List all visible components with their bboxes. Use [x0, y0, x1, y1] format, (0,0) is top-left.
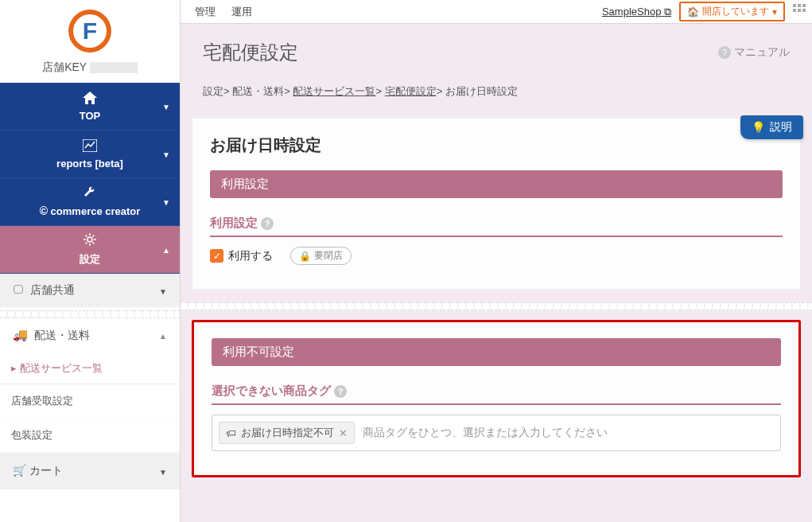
subnav-shipping[interactable]: 🚚配送・送料	[0, 318, 180, 353]
tab-ops[interactable]: 運用	[223, 2, 260, 22]
sidebar: F 店舗KEY TOP reports [beta]	[0, 0, 180, 522]
breadcrumb-link-setting[interactable]: 宅配便設定	[385, 85, 437, 97]
svg-rect-4	[802, 4, 806, 7]
manual-link[interactable]: ? マニュアル	[718, 45, 790, 60]
tag-icon: 🏷	[226, 427, 236, 439]
store-icon: 🏠	[687, 6, 699, 18]
dropdown-icon: ▾	[772, 6, 777, 18]
main-area: 管理 運用 SampleShop ⧉ 🏠 開店しています ▾ 宅配便設定 ? マ…	[180, 0, 812, 522]
truck-icon: 🚚	[13, 328, 28, 341]
tag-chip: 🏷 お届け日時指定不可 ✕	[219, 422, 355, 444]
sample-shop-link[interactable]: SampleShop ⧉	[602, 6, 671, 18]
gear-icon	[83, 232, 97, 251]
nav-commerce[interactable]: © commerce creator	[0, 178, 180, 226]
field-tags: 選択できない商品タグ ?	[212, 384, 781, 405]
field-usage: 利用設定 ?	[210, 216, 783, 237]
svg-rect-6	[798, 9, 801, 12]
panel-usage: 💡説明 お届け日時設定 利用設定 利用設定 ? ✓ 利用する 🔒 要閉店	[192, 118, 801, 290]
chevron-down-icon	[162, 101, 170, 112]
wrench-icon	[84, 186, 96, 203]
chevron-down-icon	[162, 149, 170, 160]
chevron-up-icon	[162, 244, 170, 255]
chart-icon	[83, 139, 97, 156]
cart-icon: 🛒	[13, 464, 26, 477]
svg-rect-3	[798, 4, 801, 7]
nav-settings[interactable]: 設定	[0, 226, 180, 274]
tag-remove-icon[interactable]: ✕	[339, 427, 348, 439]
section-unavailable: 利用不可設定	[212, 338, 781, 366]
monitor-icon: 🖵	[13, 283, 24, 296]
section-usage: 利用設定	[210, 170, 783, 198]
bulb-icon: 💡	[752, 121, 765, 134]
nav-reports[interactable]: reports [beta]	[0, 130, 180, 178]
breadcrumb: 設定> 配送・送料> 配送サービス一覧> 宅配便設定> お届け日時設定	[181, 80, 812, 111]
breadcrumb-link-list[interactable]: 配送サービス一覧	[293, 85, 375, 97]
nav-top[interactable]: TOP	[0, 83, 180, 130]
chevron-down-icon	[159, 465, 167, 477]
lock-icon: 🔒	[299, 251, 311, 262]
topbar: 管理 運用 SampleShop ⧉ 🏠 開店しています ▾	[181, 0, 812, 24]
subnav-shop-common[interactable]: 🖵店舗共通	[0, 274, 180, 310]
svg-rect-5	[793, 9, 796, 12]
page-title: 宅配便設定	[203, 40, 298, 65]
home-icon	[83, 92, 97, 108]
tab-admin[interactable]: 管理	[187, 2, 223, 22]
subnav-packaging[interactable]: 包装設定	[0, 419, 180, 453]
chevron-up-icon	[159, 330, 167, 341]
help-icon[interactable]: ?	[261, 217, 274, 230]
card-title: お届け日時設定	[210, 134, 783, 156]
chevron-down-icon	[162, 197, 170, 208]
tag-placeholder: 商品タグをひとつ、選択または入力してください	[363, 426, 608, 440]
svg-point-1	[87, 237, 92, 242]
subnav-cart[interactable]: 🛒 カート	[0, 453, 180, 489]
svg-rect-7	[802, 9, 806, 12]
explain-badge[interactable]: 💡説明	[740, 115, 803, 139]
subnav-pickup[interactable]: 店舗受取設定	[0, 384, 180, 419]
svg-rect-2	[793, 4, 796, 7]
torn-divider	[0, 310, 180, 318]
external-icon: ⧉	[664, 6, 671, 18]
panel-unavailable: 利用不可設定 選択できない商品タグ ? 🏷 お届け日時指定不可 ✕ 商品タグをひ…	[192, 320, 801, 477]
subnav-shipping-list[interactable]: ▸ 配送サービス一覧	[0, 353, 180, 384]
checkbox-checked-icon: ✓	[210, 249, 223, 263]
shop-key-label: 店舗KEY	[0, 57, 180, 83]
help-icon[interactable]: ?	[334, 385, 347, 398]
tag-input[interactable]: 🏷 お届け日時指定不可 ✕ 商品タグをひとつ、選択または入力してください	[212, 415, 781, 451]
torn-divider	[181, 302, 812, 310]
badge-requires-closed: 🔒 要閉店	[290, 247, 352, 265]
logo: F	[0, 0, 180, 57]
apps-icon[interactable]	[793, 4, 806, 20]
chevron-down-icon	[159, 284, 167, 297]
checkbox-use[interactable]: ✓ 利用する	[210, 249, 273, 263]
shop-status-button[interactable]: 🏠 開店しています ▾	[679, 2, 785, 21]
help-icon: ?	[718, 46, 731, 59]
